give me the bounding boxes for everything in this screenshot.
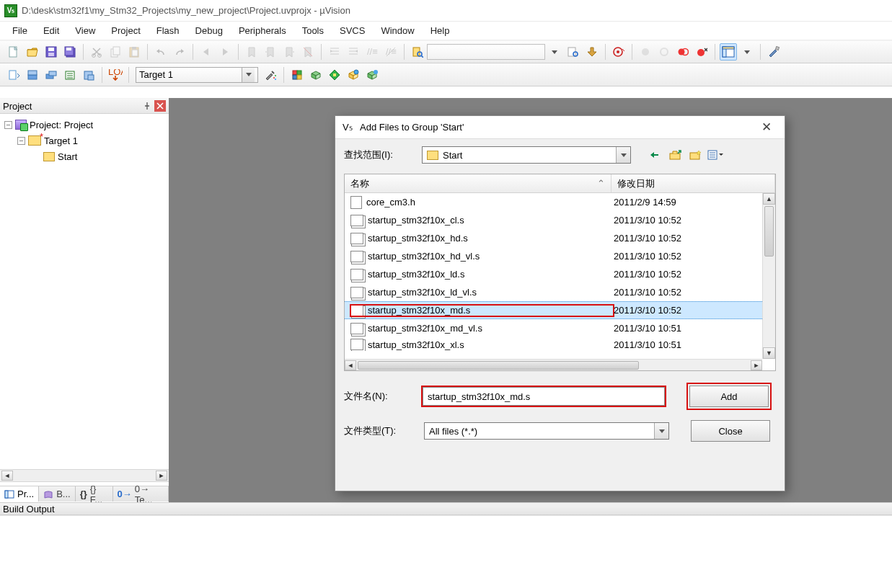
close-panel-icon[interactable] [154, 100, 166, 112]
select-software-packs-icon[interactable] [307, 66, 324, 84]
translate-icon[interactable] [5, 66, 22, 84]
incremental-find-icon[interactable] [583, 43, 601, 61]
file-row[interactable]: startup_stm32f10x_hd_vl.s2011/3/10 10:52 [345, 247, 762, 265]
copy-icon[interactable] [107, 43, 124, 61]
file-name[interactable]: startup_stm32f10x_cl.s [350, 215, 614, 226]
last-folder-icon[interactable] [647, 148, 663, 162]
comment-icon[interactable]: //≡ [363, 43, 381, 61]
scroll-left-icon[interactable]: ◄ [1, 471, 13, 481]
close-icon[interactable]: ✕ [756, 120, 777, 135]
lookin-combo[interactable]: Start [422, 146, 631, 164]
view-menu-icon[interactable] [707, 148, 723, 162]
find-next-icon[interactable] [565, 43, 582, 61]
scroll-thumb[interactable] [358, 361, 639, 370]
scroll-down-icon[interactable]: ▼ [763, 347, 775, 359]
tab-books[interactable]: B... [39, 486, 76, 502]
indent-icon[interactable] [326, 43, 343, 61]
file-row[interactable]: startup_stm32f10x_md_vl.s2011/3/10 10:51 [345, 319, 762, 337]
file-row[interactable]: startup_stm32f10x_ld_vl.s2011/3/10 10:52 [345, 283, 762, 301]
vertical-scrollbar[interactable]: ▲ ▼ [762, 193, 775, 359]
download-icon[interactable]: LOAD [107, 66, 124, 84]
add-button[interactable]: Add [689, 386, 769, 407]
breakpoint-kill-all-icon[interactable] [693, 43, 710, 61]
bookmark-prev-icon[interactable] [262, 43, 279, 61]
rebuild-icon[interactable] [43, 66, 60, 84]
manage-project-items-icon[interactable] [288, 66, 306, 84]
menu-window[interactable]: Window [373, 24, 422, 37]
breakpoint-insert-icon[interactable] [637, 43, 654, 61]
breakpoint-disable-all-icon[interactable] [674, 43, 692, 61]
uncomment-icon[interactable]: //≡ [382, 43, 399, 61]
file-name[interactable]: startup_stm32f10x_hd.s [350, 233, 614, 244]
tree-target-label[interactable]: Target 1 [44, 135, 78, 146]
menu-peripherals[interactable]: Peripherals [231, 24, 294, 37]
menu-debug[interactable]: Debug [187, 24, 231, 37]
file-row[interactable]: startup_stm32f10x_xl.s2011/3/10 10:51 [345, 337, 762, 352]
save-icon[interactable] [43, 43, 60, 61]
file-row[interactable]: startup_stm32f10x_md.s2011/3/10 10:52 [345, 301, 762, 319]
col-name[interactable]: 名称⌃ [345, 174, 611, 192]
file-name[interactable]: startup_stm32f10x_hd_vl.s [350, 251, 614, 262]
file-list-header[interactable]: 名称⌃ 修改日期 [345, 174, 775, 193]
file-name[interactable]: startup_stm32f10x_md_vl.s [350, 323, 614, 334]
menu-tools[interactable]: Tools [294, 24, 332, 37]
undo-icon[interactable] [152, 43, 169, 61]
up-one-level-icon[interactable] [667, 148, 683, 162]
redo-icon[interactable] [171, 43, 188, 61]
bookmark-clear-icon[interactable] [299, 43, 317, 61]
paste-icon[interactable] [125, 43, 143, 61]
nav-fwd-icon[interactable] [216, 43, 234, 61]
breakpoint-enable-icon[interactable] [655, 43, 673, 61]
tree-group-label[interactable]: Start [58, 151, 77, 162]
target-options-icon[interactable] [262, 66, 279, 84]
tree-collapse-icon[interactable]: − [4, 121, 12, 129]
pack-installer-icon[interactable] [363, 66, 381, 84]
tab-templates[interactable]: 0→0→ Te... [113, 486, 169, 502]
outdent-icon[interactable] [345, 43, 362, 61]
bookmark-toggle-icon[interactable] [243, 43, 260, 61]
build-icon[interactable] [24, 66, 41, 84]
file-name[interactable]: startup_stm32f10x_xl.s [350, 339, 614, 350]
tree-root-label[interactable]: Project: Project [30, 120, 93, 130]
target-select[interactable]: Target 1 [136, 67, 258, 83]
window-layout-dropdown-icon[interactable] [738, 43, 756, 61]
tab-project[interactable]: Pr... [0, 486, 39, 502]
file-name[interactable]: core_cm3.h [350, 196, 614, 209]
menu-flash[interactable]: Flash [149, 24, 187, 37]
menu-project[interactable]: Project [103, 24, 148, 37]
stop-build-icon[interactable] [80, 66, 97, 84]
file-name[interactable]: startup_stm32f10x_ld_vl.s [350, 287, 614, 298]
scroll-thumb[interactable] [764, 206, 774, 257]
tree-collapse-icon[interactable]: − [17, 137, 25, 145]
dialog-titlebar[interactable]: V₅ Add Files to Group 'Start' ✕ [335, 116, 785, 139]
chevron-down-icon[interactable] [616, 147, 630, 163]
filename-input[interactable] [423, 387, 665, 406]
scroll-right-icon[interactable]: ► [751, 360, 762, 370]
menu-file[interactable]: File [4, 24, 35, 37]
find-combo[interactable] [427, 44, 545, 60]
window-layout-icon[interactable] [720, 43, 737, 61]
col-date[interactable]: 修改日期 [611, 174, 775, 192]
find-dropdown-icon[interactable] [546, 43, 563, 61]
cut-icon[interactable] [88, 43, 105, 61]
file-row[interactable]: core_cm3.h2011/2/9 14:59 [345, 193, 762, 211]
scroll-up-icon[interactable]: ▲ [763, 193, 775, 205]
file-name[interactable]: startup_stm32f10x_md.s [350, 305, 614, 316]
build-output-body[interactable] [0, 515, 892, 588]
find-in-files-icon[interactable] [409, 43, 426, 61]
project-tree[interactable]: −Project: Project −Target 1 Start [0, 114, 169, 167]
manage-rte-icon[interactable] [326, 66, 343, 84]
bookmark-next-icon[interactable] [281, 43, 298, 61]
save-all-icon[interactable] [61, 43, 79, 61]
project-tree-hscroll[interactable]: ◄ ► [0, 469, 169, 482]
file-row[interactable]: startup_stm32f10x_cl.s2011/3/10 10:52 [345, 211, 762, 229]
menu-svcs[interactable]: SVCS [332, 24, 373, 37]
debug-start-icon[interactable] [610, 43, 627, 61]
scroll-left-icon[interactable]: ◄ [345, 360, 356, 370]
filetype-combo[interactable]: All files (*.*) [424, 422, 669, 440]
tab-functions[interactable]: {}{} F... [76, 486, 113, 502]
nav-back-icon[interactable] [198, 43, 215, 61]
configure-icon[interactable] [765, 43, 782, 61]
file-list-body[interactable]: core_cm3.h2011/2/9 14:59startup_stm32f10… [345, 193, 762, 359]
menu-view[interactable]: View [67, 24, 103, 37]
